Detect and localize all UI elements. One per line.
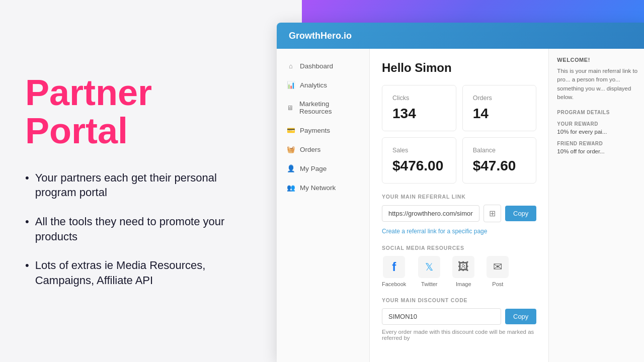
referral-section: YOUR MAIN REFERRAL LINK ⊞ Copy Create a … bbox=[382, 194, 536, 245]
welcome-body: This is your main referral link to pro..… bbox=[557, 67, 641, 102]
stat-value-balance: $47.60 bbox=[473, 158, 526, 174]
right-sidebar: WELCOME! This is your main referral link… bbox=[548, 49, 644, 362]
sidebar-item-marketing-resources[interactable]: 🖥 Marketing Resources bbox=[277, 95, 369, 120]
discount-section-label: YOUR MAIN DISCOUNT CODE bbox=[382, 297, 536, 303]
your-reward-label: Your Reward bbox=[557, 121, 641, 127]
qr-button[interactable]: ⊞ bbox=[484, 205, 501, 222]
your-reward-value: 10% for every pai... bbox=[557, 129, 641, 135]
social-media-section: SOCIAL MEDIA RESOURCES f Facebook 𝕏 Twit… bbox=[382, 245, 536, 287]
bullet-item-1: Your partners each get their personal pr… bbox=[25, 170, 252, 200]
greeting-title: Hello Simon bbox=[382, 61, 536, 75]
stat-label-sales: Sales bbox=[392, 147, 446, 154]
facebook-label: Facebook bbox=[382, 281, 406, 287]
social-grid: f Facebook 𝕏 Twitter 🖼 Image ✉ bbox=[382, 256, 536, 287]
discount-note: Every order made with this discount code… bbox=[382, 329, 536, 341]
friend-reward-label: Friend Reward bbox=[557, 141, 641, 146]
facebook-icon: f bbox=[383, 256, 405, 278]
program-details-title: PROGRAM DETAILS bbox=[557, 110, 641, 115]
my-page-icon: 👤 bbox=[287, 164, 295, 172]
orders-icon: 🧺 bbox=[287, 145, 295, 153]
stat-card-clicks: Clicks 134 bbox=[382, 85, 456, 131]
content-area: Hello Simon Clicks 134 Orders 14 Sales $… bbox=[370, 49, 548, 362]
twitter-icon: 𝕏 bbox=[418, 256, 440, 278]
sidebar-item-my-page[interactable]: 👤 My Page bbox=[277, 159, 369, 177]
dashboard-icon: ⌂ bbox=[287, 62, 295, 70]
stat-label-balance: Balance bbox=[473, 147, 526, 154]
sidebar-label-my-network: My Network bbox=[300, 184, 336, 192]
qr-icon: ⊞ bbox=[489, 209, 496, 218]
stat-label-orders: Orders bbox=[473, 95, 526, 102]
discount-row: Copy bbox=[382, 308, 536, 325]
social-item-post[interactable]: ✉ Post bbox=[487, 256, 509, 287]
marketing-icon: 🖥 bbox=[287, 104, 294, 112]
social-item-image[interactable]: 🖼 Image bbox=[452, 256, 474, 287]
post-icon: ✉ bbox=[487, 256, 509, 278]
main-content: ⌂ Dashboard 📊 Analytics 🖥 Marketing Reso… bbox=[277, 49, 644, 362]
sidebar-label-dashboard: Dashboard bbox=[300, 62, 333, 70]
stats-grid: Clicks 134 Orders 14 Sales $476.00 Balan… bbox=[382, 85, 536, 184]
image-label: Image bbox=[456, 281, 471, 287]
stat-value-sales: $476.00 bbox=[392, 158, 446, 174]
friend-reward-value: 10% off for order... bbox=[557, 148, 641, 154]
nav-bar: GrowthHero.io bbox=[277, 23, 644, 49]
discount-code-input[interactable] bbox=[382, 308, 501, 325]
my-network-icon: 👥 bbox=[287, 184, 295, 192]
analytics-icon: 📊 bbox=[287, 81, 295, 89]
sidebar-item-analytics[interactable]: 📊 Analytics bbox=[277, 76, 369, 94]
sidebar: ⌂ Dashboard 📊 Analytics 🖥 Marketing Reso… bbox=[277, 49, 370, 362]
copy-discount-button[interactable]: Copy bbox=[505, 309, 536, 324]
image-icon: 🖼 bbox=[452, 256, 474, 278]
social-section-label: SOCIAL MEDIA RESOURCES bbox=[382, 245, 536, 251]
sidebar-item-payments[interactable]: 💳 Payments bbox=[277, 121, 369, 139]
left-panel: Partner Portal Your partners each get th… bbox=[0, 0, 277, 362]
referral-section-label: YOUR MAIN REFERRAL LINK bbox=[382, 194, 536, 200]
sidebar-label-payments: Payments bbox=[300, 127, 330, 134]
sidebar-item-my-network[interactable]: 👥 My Network bbox=[277, 178, 369, 197]
stat-card-balance: Balance $47.60 bbox=[462, 137, 537, 184]
stat-value-clicks: 134 bbox=[392, 106, 446, 122]
partner-portal-title: Partner Portal bbox=[25, 74, 252, 150]
twitter-label: Twitter bbox=[421, 281, 437, 287]
sidebar-label-my-page: My Page bbox=[300, 165, 327, 172]
post-label: Post bbox=[492, 281, 503, 287]
top-decorative-bar bbox=[302, 0, 644, 23]
sidebar-item-dashboard[interactable]: ⌂ Dashboard bbox=[277, 57, 369, 75]
nav-brand: GrowthHero.io bbox=[289, 31, 352, 41]
dashboard-window: GrowthHero.io ⌂ Dashboard 📊 Analytics 🖥 … bbox=[277, 23, 644, 362]
sidebar-label-analytics: Analytics bbox=[300, 81, 327, 89]
title-line1: Partner bbox=[25, 72, 152, 113]
feature-bullet-list: Your partners each get their personal pr… bbox=[25, 170, 252, 288]
sidebar-label-marketing: Marketing Resources bbox=[299, 100, 359, 115]
referral-link-input[interactable] bbox=[382, 205, 479, 222]
welcome-title: WELCOME! bbox=[557, 57, 641, 63]
stat-value-orders: 14 bbox=[473, 106, 526, 122]
social-item-twitter[interactable]: 𝕏 Twitter bbox=[418, 256, 440, 287]
copy-referral-button[interactable]: Copy bbox=[505, 206, 536, 221]
stat-label-clicks: Clicks bbox=[392, 95, 446, 102]
bullet-item-2: All the tools they need to promote your … bbox=[25, 214, 252, 244]
social-item-facebook[interactable]: f Facebook bbox=[382, 256, 406, 287]
bullet-item-3: Lots of extras ie Media Resources, Campa… bbox=[25, 258, 252, 288]
create-referral-link[interactable]: Create a referral link for a specific pa… bbox=[382, 228, 487, 235]
payments-icon: 💳 bbox=[287, 126, 295, 134]
discount-section: YOUR MAIN DISCOUNT CODE Copy Every order… bbox=[382, 297, 536, 341]
referral-row: ⊞ Copy bbox=[382, 205, 536, 222]
stat-card-orders: Orders 14 bbox=[462, 85, 537, 131]
stat-card-sales: Sales $476.00 bbox=[382, 137, 456, 184]
right-panel: GrowthHero.io ⌂ Dashboard 📊 Analytics 🖥 … bbox=[277, 23, 644, 362]
title-line2: Portal bbox=[25, 111, 128, 151]
sidebar-item-orders[interactable]: 🧺 Orders bbox=[277, 140, 369, 158]
sidebar-label-orders: Orders bbox=[300, 146, 320, 153]
